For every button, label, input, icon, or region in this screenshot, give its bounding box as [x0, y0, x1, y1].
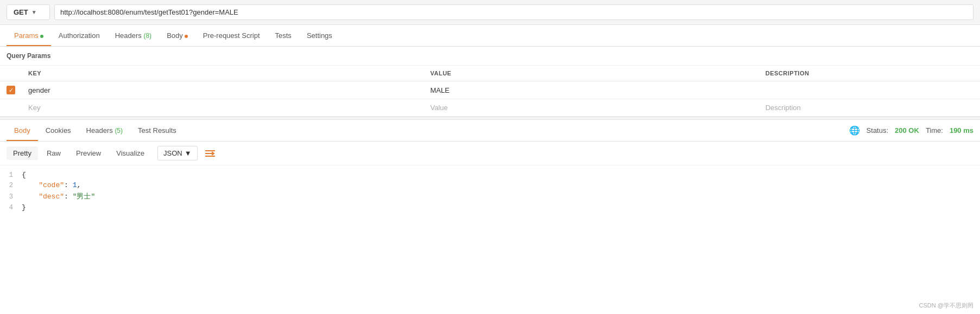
param-desc-placeholder[interactable]: Description — [759, 99, 980, 117]
tab-test-results[interactable]: Test Results — [130, 120, 184, 141]
status-value: 200 OK — [895, 126, 919, 134]
table-row: ✓ gender MALE — [0, 81, 980, 99]
param-key-placeholder[interactable]: Key — [22, 99, 423, 117]
table-row-empty: Key Value Description — [0, 99, 980, 117]
chevron-down-icon: ▼ — [31, 9, 37, 15]
col-desc-header: DESCRIPTION — [759, 66, 980, 81]
tab-settings[interactable]: Settings — [299, 25, 340, 46]
status-label: Status: — [867, 126, 888, 134]
format-type-dropdown[interactable]: JSON ▼ — [157, 146, 198, 161]
line-number: 3 — [0, 193, 22, 201]
query-params-header: Query Params — [0, 47, 980, 66]
tab-response-cookies[interactable]: Cookies — [38, 120, 79, 141]
param-value[interactable]: MALE — [423, 81, 758, 99]
dropdown-chevron-icon: ▼ — [185, 149, 192, 157]
response-tabs: Body Cookies Headers (5) Test Results — [7, 120, 184, 141]
request-tabs: Params Authorization Headers (8) Body Pr… — [0, 25, 980, 47]
tab-tests[interactable]: Tests — [268, 25, 299, 46]
wrap-button[interactable] — [204, 149, 216, 158]
response-status: 🌐 Status: 200 OK Time: 190 ms — [849, 125, 973, 136]
response-toolbar: Pretty Raw Preview Visualize JSON ▼ — [0, 142, 980, 165]
method-label: GET — [14, 8, 28, 16]
line-content: } — [22, 203, 980, 212]
tab-authorization[interactable]: Authorization — [51, 25, 108, 46]
format-pretty-button[interactable]: Pretty — [7, 146, 38, 160]
tab-params[interactable]: Params — [7, 25, 51, 46]
response-header: Body Cookies Headers (5) Test Results 🌐 … — [0, 120, 980, 142]
tab-response-headers[interactable]: Headers (5) — [79, 120, 130, 141]
line-number: 2 — [0, 182, 22, 189]
code-area: 1 { 2 "code": 1, 3 "desc": "男士" 4 } — [0, 165, 980, 217]
tab-prerequest[interactable]: Pre-request Script — [195, 25, 268, 46]
line-number: 1 — [0, 171, 22, 179]
line-number: 4 — [0, 204, 22, 212]
time-value: 190 ms — [950, 126, 973, 134]
line-content: "code": 1, — [22, 181, 980, 189]
param-key[interactable]: gender — [22, 81, 423, 99]
url-bar: GET ▼ — [0, 0, 980, 25]
globe-icon: 🌐 — [849, 125, 860, 136]
code-line-3: 3 "desc": "男士" — [0, 190, 980, 202]
col-check-header — [0, 66, 22, 81]
format-visualize-button[interactable]: Visualize — [110, 146, 151, 160]
params-table: KEY VALUE DESCRIPTION ✓ gender MALE Key … — [0, 66, 980, 117]
format-raw-button[interactable]: Raw — [40, 146, 67, 160]
format-preview-button[interactable]: Preview — [69, 146, 108, 160]
col-value-header: VALUE — [423, 66, 758, 81]
tab-response-body[interactable]: Body — [7, 120, 38, 141]
params-dot — [40, 35, 43, 38]
time-label: Time: — [926, 126, 943, 134]
code-line-4: 4 } — [0, 202, 980, 213]
line-content: { — [22, 171, 980, 179]
line-content: "desc": "男士" — [22, 191, 980, 201]
code-line-2: 2 "code": 1, — [0, 180, 980, 190]
row-checkbox[interactable]: ✓ — [7, 86, 15, 94]
tab-body[interactable]: Body — [159, 25, 195, 46]
body-dot — [185, 35, 188, 38]
url-input[interactable] — [54, 4, 973, 20]
param-description[interactable] — [759, 81, 980, 99]
code-line-1: 1 { — [0, 170, 980, 180]
param-value-placeholder[interactable]: Value — [423, 99, 758, 117]
method-dropdown[interactable]: GET ▼ — [7, 4, 50, 20]
col-key-header: KEY — [22, 66, 423, 81]
tab-headers[interactable]: Headers (8) — [108, 25, 159, 46]
